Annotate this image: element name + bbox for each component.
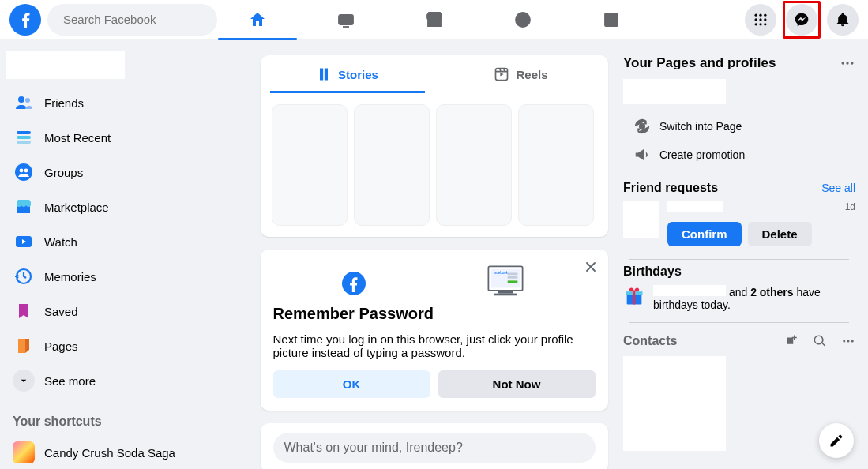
svg-point-16 <box>25 98 30 103</box>
facebook-logo[interactable] <box>9 4 41 36</box>
svg-point-20 <box>15 163 32 181</box>
see-all-link[interactable]: See all <box>821 182 855 194</box>
new-call-icon[interactable] <box>784 334 798 348</box>
sidebar-item-label: Watch <box>44 235 77 249</box>
sidebar-item-most-recent[interactable]: Most Recent <box>6 120 251 155</box>
pages-icon <box>13 335 35 357</box>
not-now-button[interactable]: Not Now <box>438 370 596 398</box>
svg-rect-19 <box>17 141 31 144</box>
edit-icon <box>829 433 844 448</box>
svg-point-14 <box>764 23 766 25</box>
more-icon[interactable] <box>840 55 855 71</box>
tab-stories[interactable]: Stories <box>261 55 434 93</box>
search-contacts-icon[interactable] <box>813 334 827 348</box>
friend-request-row[interactable]: 1d Confirm Delete <box>623 201 855 246</box>
notifications-button[interactable] <box>827 4 859 36</box>
marketplace-color-icon <box>13 196 35 218</box>
birthday-text-prefix: and <box>729 286 750 298</box>
sidebar-item-label: Memories <box>44 270 96 283</box>
close-button[interactable] <box>583 259 599 278</box>
svg-point-43 <box>851 340 854 343</box>
svg-text:facebook: facebook <box>493 271 508 275</box>
create-story-tile[interactable] <box>272 104 348 226</box>
see-more-label: See more <box>44 374 96 388</box>
request-avatar <box>623 201 659 238</box>
nav-gaming[interactable] <box>570 0 652 39</box>
remember-illustration: facebook <box>273 262 596 305</box>
confirm-button[interactable]: Confirm <box>667 222 742 246</box>
messenger-highlight <box>783 1 821 39</box>
nav-home[interactable] <box>216 0 299 39</box>
svg-point-42 <box>847 340 850 343</box>
candy-crush-icon <box>13 441 35 463</box>
svg-point-36 <box>851 62 853 64</box>
svg-rect-33 <box>494 294 517 296</box>
messenger-icon <box>794 12 810 28</box>
promo-label: Create promotion <box>659 148 745 161</box>
ok-button[interactable]: OK <box>273 370 430 398</box>
nav-groups[interactable] <box>482 0 564 39</box>
svg-rect-29 <box>507 273 517 276</box>
gaming-icon <box>602 10 621 29</box>
svg-rect-32 <box>498 291 513 294</box>
sidebar-item-pages[interactable]: Pages <box>6 328 251 363</box>
sidebar-item-saved[interactable]: Saved <box>6 294 251 328</box>
svg-point-37 <box>640 124 645 129</box>
reels-icon <box>494 66 509 82</box>
messenger-button[interactable] <box>786 4 817 36</box>
home-icon <box>248 10 267 29</box>
page-link[interactable] <box>623 79 726 104</box>
chevron-down-icon <box>13 370 35 392</box>
search-container[interactable] <box>47 4 217 36</box>
search-input[interactable] <box>63 13 213 26</box>
sidebar-item-label: Pages <box>44 340 78 353</box>
sidebar-item-label: Groups <box>44 166 83 179</box>
story-tile[interactable] <box>354 104 430 226</box>
sidebar-item-marketplace[interactable]: Marketplace <box>6 189 251 224</box>
request-time: 1d <box>845 201 855 212</box>
tab-reels[interactable]: Reels <box>434 55 608 93</box>
svg-point-41 <box>843 340 845 343</box>
groups-color-icon <box>13 161 35 183</box>
svg-point-9 <box>755 18 757 21</box>
delete-button[interactable]: Delete <box>748 222 812 246</box>
switch-page-link[interactable]: Switch into Page <box>623 112 855 141</box>
svg-point-2 <box>516 13 530 27</box>
birthday-row[interactable]: and 2 others have birthdays today. <box>623 285 855 311</box>
story-tile[interactable] <box>436 104 512 226</box>
birthday-name <box>653 285 726 296</box>
sidebar-item-memories[interactable]: Memories <box>6 259 251 294</box>
story-tile[interactable] <box>518 104 594 226</box>
sidebar-item-label: Friends <box>44 96 84 110</box>
create-promo-link[interactable]: Create promotion <box>623 141 855 169</box>
remember-password-card: facebook Remember Password Next time you… <box>261 250 608 411</box>
sidebar-see-more[interactable]: See more <box>6 363 251 398</box>
stories-icon <box>316 66 332 82</box>
composer-input[interactable]: What's on your mind, Irendeep? <box>273 433 596 463</box>
contacts-more-icon[interactable] <box>841 334 855 348</box>
svg-point-11 <box>764 18 766 21</box>
svg-point-10 <box>759 18 761 21</box>
close-icon <box>583 259 599 275</box>
sidebar-item-groups[interactable]: Groups <box>6 155 251 189</box>
switch-icon <box>634 118 650 134</box>
svg-rect-40 <box>633 291 635 304</box>
svg-point-8 <box>764 13 766 16</box>
most-recent-icon <box>13 126 35 148</box>
switch-label: Switch into Page <box>659 120 742 133</box>
watch-icon <box>336 10 355 29</box>
gift-icon <box>623 285 645 307</box>
bell-icon <box>835 12 851 28</box>
svg-point-34 <box>842 62 844 64</box>
sidebar-item-friends[interactable]: Friends <box>6 85 251 120</box>
nav-watch[interactable] <box>305 0 387 39</box>
nav-marketplace[interactable] <box>393 0 475 39</box>
shortcut-candy-crush[interactable]: Candy Crush Soda Saga <box>6 435 251 469</box>
new-message-fab[interactable] <box>819 423 854 458</box>
contact-item[interactable] <box>623 356 726 451</box>
request-name <box>667 201 723 212</box>
sidebar-item-watch[interactable]: Watch <box>6 224 251 259</box>
svg-rect-31 <box>507 280 517 283</box>
profile-link[interactable] <box>6 51 125 79</box>
menu-button[interactable] <box>745 4 776 36</box>
